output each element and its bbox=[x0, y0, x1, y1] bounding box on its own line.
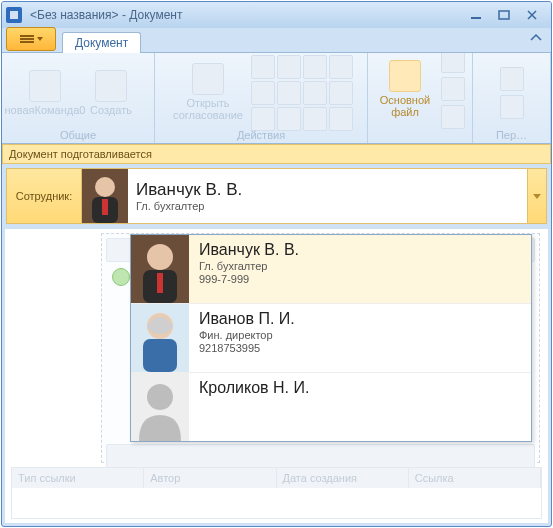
ribbon-group-label bbox=[418, 129, 421, 141]
dropdown-item-name: Иванов П. И. bbox=[199, 310, 295, 328]
file-icon bbox=[389, 60, 421, 92]
dropdown-item-name: Иванчук В. В. bbox=[199, 241, 299, 259]
ribbon-mini-btn[interactable] bbox=[277, 81, 301, 105]
employee-photo bbox=[82, 169, 128, 223]
person-photo bbox=[131, 373, 189, 441]
close-button[interactable] bbox=[523, 7, 541, 23]
ribbon-group-actions: Открыть согласование Действи bbox=[155, 53, 368, 143]
svg-rect-7 bbox=[102, 199, 108, 215]
employee-dropdown-button[interactable] bbox=[527, 169, 546, 223]
title-bar: <Без названия> - Документ bbox=[2, 2, 551, 28]
employee-dropdown-list[interactable]: Иванчук В. В. Гл. бухгалтер 999-7-999 Ив… bbox=[130, 234, 532, 442]
ribbon-mini-btn[interactable] bbox=[251, 107, 275, 131]
ribbon-mini-btn[interactable] bbox=[441, 52, 465, 73]
status-bar: Документ подготавливается bbox=[2, 144, 551, 164]
window-controls bbox=[467, 7, 547, 23]
ribbon-mini-btn[interactable] bbox=[329, 55, 353, 79]
ribbon-btn-new-command[interactable]: новаяКоманда0 bbox=[15, 68, 75, 118]
ribbon-btn-label: Открыть согласование bbox=[173, 97, 243, 121]
placeholder-icon bbox=[192, 63, 224, 95]
ribbon-mini-btn[interactable] bbox=[329, 81, 353, 105]
dropdown-item[interactable]: Иванчук В. В. Гл. бухгалтер 999-7-999 bbox=[131, 235, 531, 304]
tab-strip: Документ bbox=[2, 28, 551, 52]
ribbon-btn-label: Основной файл bbox=[377, 94, 433, 118]
col-created[interactable]: Дата создания bbox=[277, 468, 409, 488]
dropdown-item-phone: 9218753995 bbox=[199, 342, 295, 354]
ribbon: новаяКоманда0 Создать Общие Открыть согл… bbox=[2, 52, 551, 144]
svg-rect-2 bbox=[471, 17, 481, 19]
employee-selector[interactable]: Сотрудник: Иванчук В. В. Гл. бухгалтер bbox=[6, 168, 547, 224]
svg-point-16 bbox=[147, 384, 173, 410]
ribbon-group-label: Действия bbox=[237, 129, 285, 141]
svg-rect-3 bbox=[499, 11, 509, 19]
employee-name: Иванчук В. В. bbox=[136, 180, 519, 200]
ribbon-mini-buttons bbox=[251, 55, 351, 129]
svg-point-9 bbox=[147, 244, 173, 270]
dropdown-item-text: Кроликов Н. И. bbox=[189, 373, 319, 441]
ribbon-mini-btn[interactable] bbox=[441, 77, 465, 101]
ribbon-btn-label: Создать bbox=[90, 104, 132, 116]
dropdown-item-phone: 999-7-999 bbox=[199, 273, 299, 285]
ribbon-mini-btn[interactable] bbox=[500, 95, 524, 119]
ribbon-group-label: Общие bbox=[60, 129, 96, 141]
employee-text: Иванчук В. В. Гл. бухгалтер bbox=[128, 169, 527, 223]
placeholder-icon bbox=[95, 70, 127, 102]
person-photo bbox=[131, 235, 189, 303]
ribbon-btn-main-file[interactable]: Основной файл bbox=[375, 58, 435, 120]
quick-access-button[interactable] bbox=[6, 27, 56, 51]
ribbon-btn-open-approval[interactable]: Открыть согласование bbox=[171, 61, 245, 123]
minimize-button[interactable] bbox=[467, 7, 485, 23]
ribbon-mini-btn[interactable] bbox=[303, 81, 327, 105]
dropdown-item-role: Фин. директор bbox=[199, 329, 295, 341]
window-title: <Без названия> - Документ bbox=[26, 8, 463, 22]
chevron-down-icon bbox=[37, 37, 43, 41]
employee-label: Сотрудник: bbox=[7, 169, 82, 223]
svg-rect-11 bbox=[157, 273, 163, 293]
ribbon-mini-btn[interactable] bbox=[251, 55, 275, 79]
ribbon-group-main-file: Основной файл bbox=[368, 53, 473, 143]
ribbon-btn-create[interactable]: Создать bbox=[81, 68, 141, 118]
maximize-button[interactable] bbox=[495, 7, 513, 23]
status-dot-icon bbox=[112, 268, 130, 286]
svg-rect-14 bbox=[143, 339, 177, 372]
table-header: Тип ссылки Автор Дата создания Ссылка bbox=[12, 468, 541, 488]
ribbon-mini-col bbox=[441, 52, 465, 129]
ribbon-mini-col bbox=[500, 67, 524, 119]
dropdown-item[interactable]: Кроликов Н. И. bbox=[131, 373, 531, 441]
col-link-type[interactable]: Тип ссылки bbox=[12, 468, 144, 488]
ghost-header bbox=[106, 444, 535, 468]
ribbon-mini-btn[interactable] bbox=[277, 107, 301, 131]
collapse-ribbon-button[interactable] bbox=[529, 32, 543, 46]
app-icon bbox=[6, 7, 22, 23]
col-author[interactable]: Автор bbox=[144, 468, 276, 488]
ribbon-mini-btn[interactable] bbox=[303, 107, 327, 131]
employee-role: Гл. бухгалтер bbox=[136, 200, 519, 212]
ribbon-mini-btn[interactable] bbox=[303, 55, 327, 79]
dropdown-item-text: Иванчук В. В. Гл. бухгалтер 999-7-999 bbox=[189, 235, 309, 303]
dropdown-item-role: Гл. бухгалтер bbox=[199, 260, 299, 272]
placeholder-icon bbox=[29, 70, 61, 102]
ribbon-group-label: Пер… bbox=[496, 129, 527, 141]
dropdown-item-text: Иванов П. И. Фин. директор 9218753995 bbox=[189, 304, 305, 372]
ribbon-mini-btn[interactable] bbox=[251, 81, 275, 105]
ribbon-group-general: новаяКоманда0 Создать Общие bbox=[2, 53, 155, 143]
ribbon-mini-btn[interactable] bbox=[277, 55, 301, 79]
dropdown-item[interactable]: Иванов П. И. Фин. директор 9218753995 bbox=[131, 304, 531, 373]
dropdown-item-name: Кроликов Н. И. bbox=[199, 379, 309, 397]
ribbon-mini-btn[interactable] bbox=[500, 67, 524, 91]
tab-document[interactable]: Документ bbox=[62, 32, 141, 53]
links-table: Тип ссылки Автор Дата создания Ссылка bbox=[11, 467, 542, 519]
ribbon-group-rel: Пер… bbox=[473, 53, 551, 143]
ribbon-btn-label: новаяКоманда0 bbox=[5, 104, 86, 116]
ribbon-mini-btn[interactable] bbox=[329, 107, 353, 131]
chevron-down-icon bbox=[533, 194, 541, 199]
col-link[interactable]: Ссылка bbox=[409, 468, 541, 488]
person-photo bbox=[131, 304, 189, 372]
svg-point-5 bbox=[95, 177, 115, 197]
ribbon-mini-btn[interactable] bbox=[441, 105, 465, 129]
svg-rect-1 bbox=[10, 11, 18, 13]
